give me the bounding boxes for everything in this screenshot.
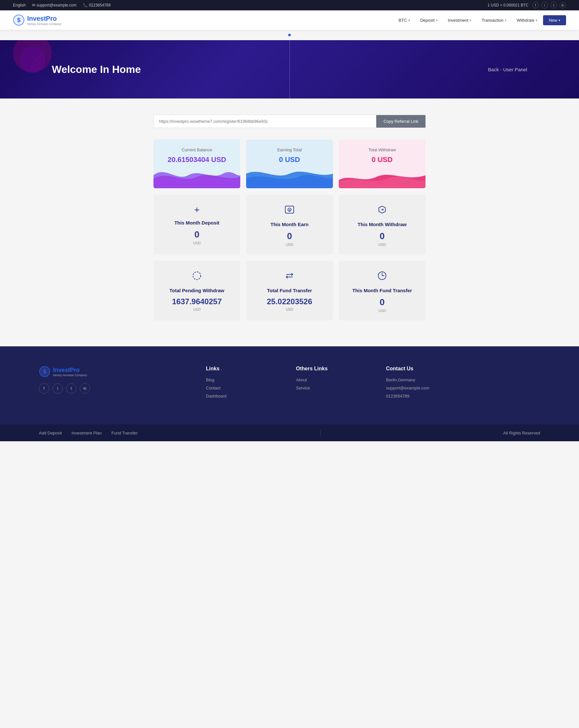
svg-text:$: $	[289, 209, 291, 212]
earning-total-card: Earning Total 0 USD	[246, 140, 333, 188]
deposit-icon: +	[194, 204, 200, 215]
total-fund-transfer-card: Total Fund Transfer 25.02203526 USD	[246, 261, 333, 320]
footer-twitter-icon[interactable]: t	[66, 383, 76, 394]
earn-value: 0	[287, 231, 292, 241]
logo-text: InvestPro	[27, 15, 61, 22]
clock-icon	[377, 270, 387, 283]
pending-value: 1637.9640257	[172, 297, 222, 306]
footer-grid: $ InvestPro Money Increase Company f i t…	[39, 366, 540, 402]
month-fund-transfer-card: This Month Fund Transfer 0 USD	[339, 261, 425, 320]
nav-item-btc[interactable]: BTC ▾	[394, 15, 414, 25]
footer: $ InvestPro Money Increase Company f i t…	[0, 346, 579, 424]
earn-unit: USD	[285, 243, 293, 246]
footer-bottom-links: Add Deposit Investment Plan Fund Transfe…	[39, 431, 138, 436]
footer-divider	[320, 430, 321, 436]
withdraw-unit: USD	[378, 243, 386, 246]
footer-linkedin-icon[interactable]: in	[80, 383, 90, 394]
footer-copyright: All Rights Reserved	[503, 431, 540, 436]
language-selector[interactable]: English	[13, 3, 26, 7]
footer-address: Berlin,Germany	[386, 378, 540, 382]
month-fund-title: This Month Fund Transfer	[352, 288, 412, 293]
nav-item-investment[interactable]: Investment ▾	[443, 15, 476, 25]
total-pending-card: Total Pending Withdraw 1637.9640257 USD	[154, 261, 240, 320]
footer-logo-text: InvestPro	[53, 367, 87, 373]
footer-email: support@example.com	[386, 386, 540, 390]
btc-rate: 1 USD = 0.000021 BTC	[488, 3, 528, 7]
pending-title: Total Pending Withdraw	[169, 288, 224, 293]
copy-referral-button[interactable]: Copy Referral Link	[376, 115, 425, 128]
footer-logo-icon: $	[39, 366, 51, 378]
nav-item-deposit[interactable]: Deposit ▾	[416, 15, 442, 25]
transfer-icon	[284, 270, 295, 283]
top-bar: English ✉ support@example.com 📞 01236547…	[0, 0, 579, 10]
stat-cards-row1: + This Month Deposit 0 USD $ This Month …	[154, 195, 425, 254]
month-fund-unit: USD	[378, 309, 386, 313]
footer-facebook-icon[interactable]: f	[39, 383, 49, 394]
top-bar-left: English ✉ support@example.com 📞 01236547…	[13, 3, 110, 7]
this-month-earn-card: $ This Month Earn 0 USD	[246, 195, 333, 254]
nav-item-new[interactable]: New ▾	[543, 15, 566, 25]
month-fund-value: 0	[380, 297, 385, 308]
footer-add-deposit-link[interactable]: Add Deposit	[39, 431, 62, 436]
hero-section: Welcome In Home Back - User Panel	[0, 40, 579, 99]
navbar: $ InvestPro Money Increase Company BTC ▾…	[0, 10, 579, 30]
svg-text:$: $	[17, 17, 20, 23]
wave-red	[339, 162, 425, 188]
fund-transfer-title: Total Fund Transfer	[267, 288, 312, 293]
nav-item-transaction[interactable]: Transaction ▾	[477, 15, 511, 25]
deposit-title: This Month Deposit	[174, 220, 219, 226]
footer-links-title: Links.	[206, 366, 283, 372]
total-withdraw-title: Total Withdraw	[368, 148, 396, 152]
svg-text:$: $	[44, 369, 46, 374]
total-withdraw-card: Total Withdraw 0 USD	[339, 140, 425, 188]
hero-title: Welcome In Home	[52, 63, 141, 76]
footer-link-service[interactable]: Service	[296, 386, 373, 390]
fund-transfer-value: 25.02203526	[267, 297, 312, 306]
this-month-deposit-card: + This Month Deposit 0 USD	[154, 195, 240, 254]
deposit-value: 0	[194, 229, 199, 240]
footer-contact-title: Contact Us	[386, 366, 540, 372]
withdraw-value: 0	[380, 231, 385, 241]
nav-links: BTC ▾ Deposit ▾ Investment ▾ Transaction…	[394, 15, 566, 25]
wave-blue	[246, 162, 333, 188]
earn-icon: $	[284, 204, 295, 217]
pending-icon	[192, 270, 202, 283]
twitter-icon[interactable]: t	[551, 2, 557, 8]
fund-transfer-unit: USD	[285, 308, 293, 311]
footer-links-section: Links. Blog Contact Dashboard	[206, 366, 283, 402]
separator	[0, 99, 579, 115]
footer-phone: 0123654789	[386, 394, 540, 398]
footer-link-dashboard[interactable]: Dashboard	[206, 394, 283, 398]
footer-link-blog[interactable]: Blog	[206, 378, 283, 382]
logo[interactable]: $ InvestPro Money Increase Company	[13, 14, 61, 26]
instagram-icon[interactable]: i	[542, 2, 548, 8]
footer-fund-transfer-link[interactable]: Fund Transfer	[111, 431, 138, 436]
footer-link-about[interactable]: About	[296, 378, 373, 382]
hero-back-link[interactable]: Back - User Panel	[488, 67, 527, 72]
social-icons: f i t in	[532, 2, 566, 8]
main-content: Copy Referral Link Current Balance 20.61…	[144, 115, 435, 346]
top-bar-right: 1 USD = 0.000021 BTC f i t in	[488, 2, 566, 8]
current-balance-title: Current Balance	[182, 148, 212, 152]
wave-purple	[154, 162, 240, 188]
logo-subtitle: Money Increase Company	[27, 22, 61, 26]
footer-link-contact[interactable]: Contact	[206, 386, 283, 390]
hero-divider	[290, 40, 290, 99]
withdraw-title: This Month Withdraw	[358, 222, 407, 227]
footer-others-section: Others Links About Service	[296, 366, 373, 402]
footer-others-title: Others Links	[296, 366, 373, 372]
linkedin-icon[interactable]: in	[559, 2, 566, 8]
footer-social: f i t in	[39, 383, 193, 394]
facebook-icon[interactable]: f	[532, 2, 539, 8]
footer-instagram-icon[interactable]: i	[52, 383, 63, 394]
earning-total-title: Earning Total	[277, 148, 302, 152]
referral-input[interactable]	[154, 115, 376, 128]
this-month-withdraw-card: This Month Withdraw 0 USD	[339, 195, 425, 254]
logo-icon: $	[13, 14, 25, 26]
earn-title: This Month Earn	[270, 222, 309, 227]
footer-investment-plan-link[interactable]: Investment Plan	[72, 431, 102, 436]
balance-cards: Current Balance 20.61503404 USD Earning …	[154, 140, 425, 188]
dot-nav-active[interactable]	[288, 34, 291, 36]
footer-logo: $ InvestPro Money Increase Company	[39, 366, 193, 378]
nav-item-withdraw[interactable]: Withdraw ▾	[512, 15, 542, 25]
